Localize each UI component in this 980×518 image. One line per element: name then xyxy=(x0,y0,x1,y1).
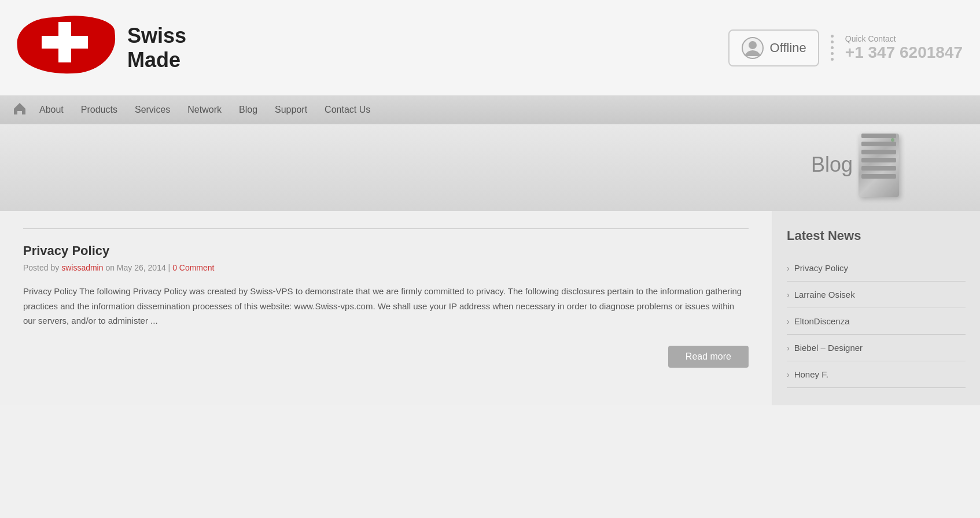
nav-item-about[interactable]: About xyxy=(39,105,64,115)
article-area: Privacy Policy Posted by swissadmin on M… xyxy=(0,211,772,405)
flag-cross-v xyxy=(58,22,71,62)
logo-flag xyxy=(17,10,121,86)
sidebar-news-item[interactable]: › Larraine Osisek xyxy=(787,282,966,308)
server-body xyxy=(859,134,899,197)
server-stripe xyxy=(861,142,896,146)
nav-items: About Products Services Network Blog Sup… xyxy=(39,105,370,115)
dot xyxy=(831,52,834,55)
blog-title-area: Blog xyxy=(811,130,911,199)
chevron-icon: › xyxy=(787,343,790,353)
navigation: About Products Services Network Blog Sup… xyxy=(0,95,980,124)
dot xyxy=(831,58,834,61)
meta-separator: | xyxy=(168,263,173,272)
news-link-3[interactable]: Biebel – Designer xyxy=(794,343,863,353)
nav-link-blog[interactable]: Blog xyxy=(239,105,257,114)
divider-dots xyxy=(831,35,834,61)
sidebar-news-item[interactable]: › EltonDiscenza xyxy=(787,308,966,335)
offline-label: Offline xyxy=(770,40,806,56)
logo-area: SwissMade xyxy=(17,10,186,86)
quick-contact: Quick Contact +1 347 6201847 xyxy=(845,34,963,62)
header: SwissMade Offline Quick Contact +1 347 6… xyxy=(0,0,980,95)
server-stripe xyxy=(861,166,896,171)
server-stripe xyxy=(861,150,896,154)
news-link-0[interactable]: Privacy Policy xyxy=(794,263,848,273)
dot xyxy=(831,40,834,43)
sidebar-news-item[interactable]: › Privacy Policy xyxy=(787,255,966,282)
server-icon xyxy=(859,130,911,199)
dot xyxy=(831,46,834,49)
read-more-button[interactable]: Read more xyxy=(668,346,749,368)
chevron-icon: › xyxy=(787,264,790,273)
main-content: Privacy Policy Posted by swissadmin on M… xyxy=(0,211,980,405)
nav-item-support[interactable]: Support xyxy=(275,105,307,115)
separator-line xyxy=(23,228,749,229)
news-link-1[interactable]: Larraine Osisek xyxy=(794,290,855,299)
server-stripe xyxy=(861,158,896,162)
sidebar-news-item[interactable]: › Biebel – Designer xyxy=(787,335,966,361)
blog-banner-title: Blog xyxy=(811,153,853,177)
posted-by-label: Posted by xyxy=(23,263,59,272)
nav-item-blog[interactable]: Blog xyxy=(239,105,257,115)
article-body: Privacy Policy The following Privacy Pol… xyxy=(23,284,749,328)
nav-item-products[interactable]: Products xyxy=(81,105,117,115)
sidebar: Latest News › Privacy Policy › Larraine … xyxy=(772,211,980,405)
nav-link-products[interactable]: Products xyxy=(81,105,117,114)
nav-link-services[interactable]: Services xyxy=(135,105,170,114)
server-stripe xyxy=(861,134,896,138)
sidebar-news-item[interactable]: › Honey F. xyxy=(787,361,966,388)
server-stripe xyxy=(861,174,896,179)
nav-item-contact[interactable]: Contact Us xyxy=(325,105,370,115)
chevron-icon: › xyxy=(787,317,790,326)
chevron-icon: › xyxy=(787,370,790,379)
nav-link-support[interactable]: Support xyxy=(275,105,307,114)
user-icon xyxy=(741,36,764,60)
read-more-area: Read more xyxy=(23,346,749,368)
dot xyxy=(831,35,834,38)
article-meta: Posted by swissadmin on May 26, 2014 | 0… xyxy=(23,263,749,272)
svg-point-1 xyxy=(749,41,757,49)
nav-link-contact[interactable]: Contact Us xyxy=(325,105,370,114)
home-icon[interactable] xyxy=(12,101,28,119)
news-link-2[interactable]: EltonDiscenza xyxy=(794,316,850,326)
header-right: Offline Quick Contact +1 347 6201847 xyxy=(728,29,963,66)
blog-banner: Blog xyxy=(0,124,980,211)
article-date: on May 26, 2014 xyxy=(105,263,165,272)
nav-item-network[interactable]: Network xyxy=(187,105,222,115)
nav-link-about[interactable]: About xyxy=(39,105,64,114)
quick-contact-phone: +1 347 6201847 xyxy=(845,43,963,62)
comment-link[interactable]: 0 Comment xyxy=(172,263,214,272)
nav-item-services[interactable]: Services xyxy=(135,105,170,115)
offline-button[interactable]: Offline xyxy=(728,29,819,66)
author-link[interactable]: swissadmin xyxy=(61,263,103,272)
logo-text: SwissMade xyxy=(127,24,186,72)
quick-contact-label: Quick Contact xyxy=(845,34,963,43)
news-link-4[interactable]: Honey F. xyxy=(794,369,828,379)
server-light xyxy=(891,138,894,142)
article-title: Privacy Policy xyxy=(23,243,749,258)
nav-link-network[interactable]: Network xyxy=(187,105,222,114)
sidebar-news-list: › Privacy Policy › Larraine Osisek › Elt… xyxy=(787,255,966,388)
sidebar-title: Latest News xyxy=(787,228,966,243)
chevron-icon: › xyxy=(787,290,790,299)
